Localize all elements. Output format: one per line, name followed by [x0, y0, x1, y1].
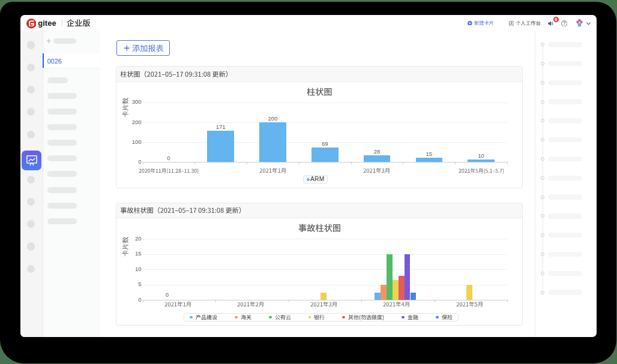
svg-text:?: ?: [563, 21, 565, 25]
